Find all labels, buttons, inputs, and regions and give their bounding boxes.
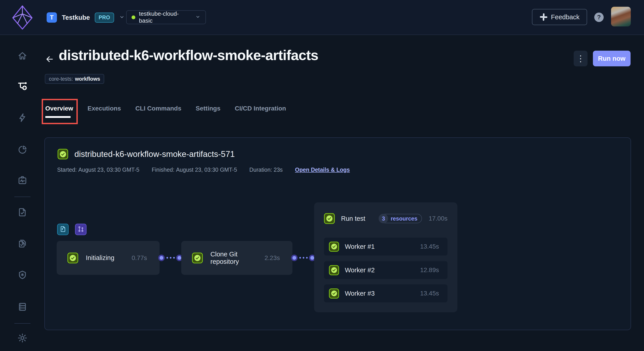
sidebar-item-insights[interactable] <box>17 145 28 156</box>
connector-dotted-line <box>166 256 175 259</box>
step-duration: 2.23s <box>265 254 280 262</box>
tab-settings[interactable]: Settings <box>196 105 220 123</box>
flow-connector <box>292 254 314 261</box>
sidebar-item-health[interactable] <box>17 176 28 186</box>
sidebar-item-settings[interactable] <box>17 333 28 344</box>
tag-key: core-tests: <box>49 76 73 82</box>
connector-endpoint <box>292 256 296 260</box>
flow-toolbar <box>57 224 86 235</box>
tab-overview[interactable]: Overview <box>45 105 73 123</box>
workflow-label-tag: core-tests: workflows <box>45 74 104 84</box>
kebab-menu-icon: ⋮ <box>576 54 585 64</box>
test-file-check-icon <box>17 207 28 218</box>
started-at: Started:August 23, 03:30 GMT-5 <box>57 166 141 173</box>
worker-duration: 13.45s <box>420 290 439 297</box>
env-name: testkube-cloud-basic <box>139 10 192 24</box>
plan-badge: PRO <box>95 12 114 23</box>
step-node-clone-git-repository[interactable]: Clone Git repository 2.23s <box>181 241 292 275</box>
tag-value: workflows <box>75 76 100 82</box>
environment-selector[interactable]: testkube-cloud-basic <box>126 10 206 24</box>
status-passed-icon <box>58 149 68 159</box>
connector-endpoint <box>310 256 314 260</box>
status-passed-icon <box>324 213 335 224</box>
status-passed-icon <box>192 252 203 263</box>
group-header[interactable]: Run test 3 resources 17.00s <box>324 213 448 224</box>
resources-label: resources <box>390 216 418 222</box>
triggers-lightning-icon <box>17 112 28 124</box>
tab-bar: Overview Executions CLI Commands Setting… <box>45 105 286 123</box>
flow-connector <box>160 254 181 261</box>
slack-icon <box>540 13 548 21</box>
step-label: Initializing <box>86 254 124 262</box>
git-compare-button[interactable] <box>75 224 86 235</box>
worker-row-2[interactable]: Worker #2 12.89s <box>324 261 448 279</box>
sidebar-divider <box>14 323 30 324</box>
test-suites-files-icon <box>17 238 28 250</box>
worker-label: Worker #1 <box>345 243 414 250</box>
sidebar-item-executors[interactable] <box>17 270 28 281</box>
sidebar-item-test-workflows[interactable] <box>17 81 28 92</box>
health-monitor-icon <box>17 175 28 186</box>
feedback-label: Feedback <box>551 14 580 21</box>
feedback-button[interactable]: Feedback <box>532 9 587 25</box>
git-compare-icon <box>77 226 84 234</box>
test-workflows-icon <box>17 80 28 92</box>
connector-endpoint <box>178 256 181 260</box>
sidebar-item-tests[interactable] <box>17 207 28 218</box>
testkube-logo-icon <box>12 5 33 30</box>
testkube-logo[interactable] <box>12 5 33 30</box>
overview-panel: distributed-k6-workflow-smoke-artifacts-… <box>44 138 631 330</box>
home-icon <box>17 51 28 62</box>
worker-row-1[interactable]: Worker #1 13.45s <box>324 238 448 256</box>
step-group-run-test: Run test 3 resources 17.00s Worker #1 13… <box>314 202 457 312</box>
step-node-initializing[interactable]: Initializing 0.77s <box>57 241 160 275</box>
tab-cli-commands[interactable]: CLI Commands <box>135 105 181 123</box>
step-label: Run test <box>341 215 365 222</box>
sidebar-item-triggers[interactable] <box>17 113 28 124</box>
user-avatar[interactable] <box>611 7 631 26</box>
chevron-down-icon <box>195 14 200 20</box>
worker-label: Worker #3 <box>345 290 414 297</box>
worker-row-3[interactable]: Worker #3 13.45s <box>324 284 448 302</box>
resources-badge[interactable]: 3 resources <box>379 214 422 223</box>
open-details-logs-link[interactable]: Open Details & Logs <box>295 166 350 173</box>
step-duration: 0.77s <box>132 254 147 262</box>
tab-executions[interactable]: Executions <box>88 105 121 123</box>
status-passed-icon <box>68 252 78 263</box>
worker-label: Worker #2 <box>345 266 414 274</box>
execution-meta: Started:August 23, 03:30 GMT-5 Finished:… <box>57 166 350 173</box>
help-button[interactable]: ? <box>594 12 604 22</box>
sidebar-divider <box>14 196 30 197</box>
connector-dotted-line <box>298 256 308 259</box>
sidebar-item-test-suites[interactable] <box>17 238 28 249</box>
server-icon <box>17 302 28 313</box>
worker-duration: 12.89s <box>420 266 439 274</box>
run-now-button[interactable]: Run now <box>593 51 630 66</box>
sidebar-item-sources[interactable] <box>17 302 28 313</box>
org-name: Testkube <box>62 14 90 21</box>
question-mark-icon: ? <box>597 14 601 21</box>
back-button[interactable] <box>44 54 55 65</box>
tab-cicd-integration[interactable]: CI/CD Integration <box>235 105 286 123</box>
step-duration: 17.00s <box>429 215 448 222</box>
org-avatar: T <box>46 12 57 23</box>
execution-header: distributed-k6-workflow-smoke-artifacts-… <box>58 149 235 159</box>
step-label: Clone Git repository <box>210 250 257 266</box>
chevron-down-icon <box>119 14 125 21</box>
sidebar-item-home[interactable] <box>17 51 28 62</box>
settings-gear-icon <box>17 333 28 344</box>
more-actions-button[interactable]: ⋮ <box>574 51 588 66</box>
worker-duration: 13.45s <box>420 243 439 250</box>
arrow-left-icon <box>44 54 54 65</box>
logs-view-button[interactable] <box>57 224 68 235</box>
shield-gear-icon <box>17 270 28 281</box>
resources-count: 3 <box>379 214 388 223</box>
top-bar: T Testkube PRO testkube-cloud-basic <box>0 0 644 35</box>
log-file-icon <box>60 226 66 234</box>
status-passed-icon <box>329 265 339 275</box>
status-passed-icon <box>329 288 339 298</box>
execution-name: distributed-k6-workflow-smoke-artifacts-… <box>74 150 235 159</box>
env-status-dot <box>132 16 135 19</box>
page-title: distributed-k6-workflow-smoke-artifacts <box>59 47 318 63</box>
org-switcher[interactable]: T Testkube PRO <box>46 0 125 35</box>
